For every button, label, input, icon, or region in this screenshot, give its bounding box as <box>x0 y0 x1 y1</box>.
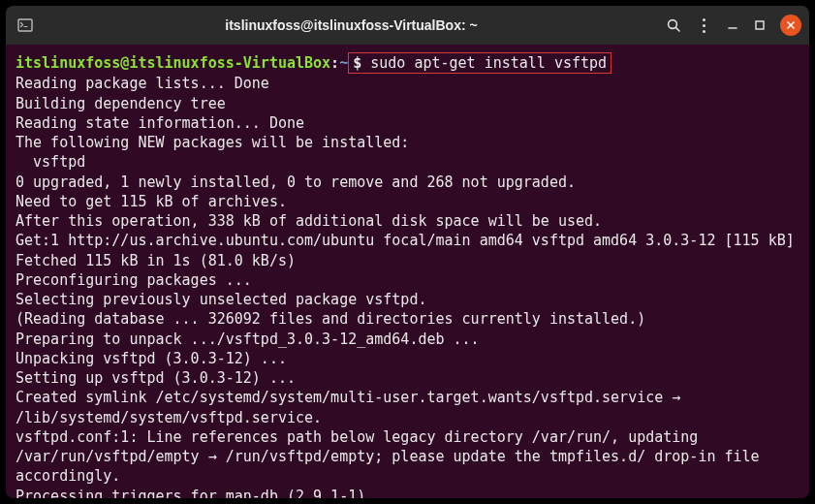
terminal-app-icon <box>17 17 33 33</box>
output-line: Get:1 http://us.archive.ubuntu.com/ubunt… <box>16 231 799 250</box>
close-button[interactable] <box>780 15 801 36</box>
output-line: Reading package lists... Done <box>16 74 799 93</box>
svg-rect-4 <box>756 21 764 29</box>
svg-line-2 <box>676 28 679 31</box>
output-line: Need to get 115 kB of archives. <box>16 192 799 211</box>
output-line: Setting up vsftpd (3.0.3-12) ... <box>16 368 799 388</box>
output-line: The following NEW packages will be insta… <box>16 133 799 152</box>
output-line: Building dependency tree <box>16 94 799 113</box>
output-line: 0 upgraded, 1 newly installed, 0 to remo… <box>16 173 799 192</box>
output-line: (Reading database ... 326092 files and d… <box>16 309 799 329</box>
command-text: sudo apt-get install vsftpd <box>370 54 607 72</box>
output-line: Unpacking vsftpd (3.0.3-12) ... <box>16 349 799 368</box>
window-title: itslinuxfoss@itslinuxfoss-VirtualBox: ~ <box>45 17 658 33</box>
command-highlight-box: $ sudo apt-get install vsftpd <box>348 52 611 74</box>
prompt-path: ~ <box>339 54 348 72</box>
output-line: Created symlink /etc/systemd/system/mult… <box>16 388 799 427</box>
prompt-line: itslinuxfoss@itslinuxfoss-VirtualBox:~$ … <box>16 52 799 74</box>
maximize-button[interactable] <box>753 18 767 32</box>
minimize-button[interactable] <box>726 18 739 32</box>
output-line: Selecting previously unselected package … <box>16 290 799 309</box>
output-line: After this operation, 338 kB of addition… <box>16 211 799 231</box>
prompt-colon: : <box>330 54 339 72</box>
prompt-dollar: $ <box>353 54 361 72</box>
output-line: vsftpd <box>16 152 799 172</box>
menu-button[interactable] <box>695 16 712 34</box>
output-line: Processing triggers for man-db (2.9.1-1)… <box>16 487 799 499</box>
terminal-window: itslinuxfoss@itslinuxfoss-VirtualBox: ~ … <box>6 6 809 498</box>
prompt-userhost: itslinuxfoss@itslinuxfoss-VirtualBox <box>16 54 330 72</box>
output-line: Preparing to unpack .../vsftpd_3.0.3-12_… <box>16 330 799 349</box>
titlebar: itslinuxfoss@itslinuxfoss-VirtualBox: ~ <box>6 6 809 45</box>
output-line: Preconfiguring packages ... <box>16 270 799 290</box>
terminal-body[interactable]: itslinuxfoss@itslinuxfoss-VirtualBox:~$ … <box>6 45 809 498</box>
search-button[interactable] <box>666 17 681 33</box>
output-line: Fetched 115 kB in 1s (81.0 kB/s) <box>16 251 799 270</box>
svg-rect-0 <box>18 19 32 31</box>
output-line: Reading state information... Done <box>16 113 799 133</box>
output-line: vsftpd.conf:1: Line references path belo… <box>16 427 799 487</box>
